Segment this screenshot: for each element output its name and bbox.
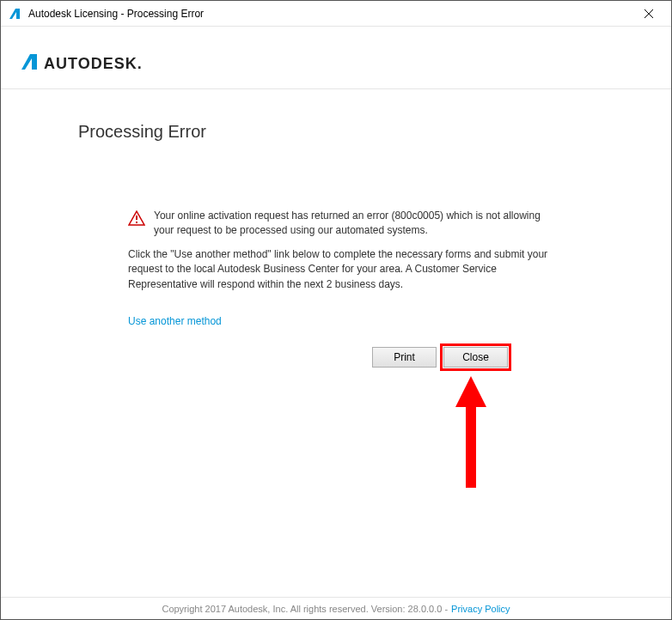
svg-rect-1 [136,222,137,223]
window-close-button[interactable] [629,1,668,27]
page-title: Processing Error [78,122,594,142]
brand: AUTODESK. [20,52,671,75]
error-message-secondary: Click the "Use another method" link belo… [128,247,549,292]
error-message-row: Your online activation request has retur… [128,209,594,239]
content-area: Processing Error Your online activation … [1,89,671,597]
close-button[interactable]: Close [443,347,508,368]
error-message-primary: Your online activation request has retur… [154,209,549,239]
dialog-window: Autodesk Licensing - Processing Error AU… [0,0,672,620]
close-icon [645,9,653,18]
footer: Copyright 2017 Autodesk, Inc. All rights… [1,597,671,619]
svg-rect-0 [136,216,137,220]
autodesk-app-icon [8,7,21,21]
warning-icon [128,210,145,229]
print-button[interactable]: Print [372,347,437,368]
use-another-method-link[interactable]: Use another method [128,315,222,327]
header: AUTODESK. [1,27,671,89]
footer-copyright: Copyright 2017 Autodesk, Inc. All rights… [162,604,448,614]
titlebar-title: Autodesk Licensing - Processing Error [28,8,629,20]
button-row: Print Close [372,347,508,368]
autodesk-logo-icon [20,52,39,75]
annotation-arrow [451,376,491,491]
titlebar: Autodesk Licensing - Processing Error [1,1,671,27]
brand-text: AUTODESK. [44,55,143,73]
privacy-policy-link[interactable]: Privacy Policy [451,604,510,614]
